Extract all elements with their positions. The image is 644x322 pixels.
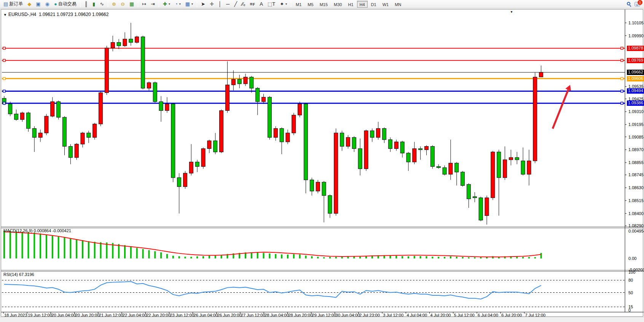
zoom-out-button[interactable]: ⊖ [119, 0, 127, 8]
candle-body[interactable] [99, 93, 103, 124]
auto-trading-button[interactable]: ●自动交易 [52, 0, 78, 8]
candle-body[interactable] [81, 133, 84, 144]
bar-chart-button[interactable]: ║ [83, 0, 90, 8]
candle-body[interactable] [21, 113, 24, 120]
dropdown-caret-icon[interactable]: ▾ [191, 2, 193, 6]
candle-body[interactable] [322, 182, 326, 196]
candle-body[interactable] [509, 158, 513, 160]
signals-button[interactable]: ◉ [43, 0, 51, 8]
notifications-icon[interactable]: 1 [634, 2, 640, 6]
candle-body[interactable] [280, 129, 284, 142]
text-button[interactable]: A [258, 0, 265, 8]
tile-windows-button[interactable]: ▦ [128, 0, 136, 8]
line-handle[interactable] [621, 78, 623, 80]
candle-body[interactable] [539, 72, 543, 77]
hline-button[interactable]: ─ [224, 0, 231, 8]
zoom-in-button[interactable]: ⊕ [110, 0, 118, 8]
candle-body[interactable] [165, 104, 169, 111]
candle-body[interactable] [479, 198, 483, 220]
channel-button[interactable]: ∕∕ₑ [240, 0, 247, 8]
crosshair-button[interactable]: ✛ [208, 0, 216, 8]
line-chart-button[interactable]: ∿ [98, 0, 106, 8]
text-label-button[interactable]: ⬚T [266, 0, 277, 8]
timeframe-button-m5[interactable]: M5 [305, 1, 316, 8]
candle-body[interactable] [159, 102, 163, 110]
terminal-button[interactable]: ▣ [34, 0, 42, 8]
candle-body[interactable] [304, 104, 308, 180]
candle-body[interactable] [286, 133, 290, 142]
timeframe-button-w1[interactable]: W1 [380, 1, 392, 8]
dropdown-caret-icon[interactable]: ▾ [169, 2, 170, 6]
chart-canvas[interactable] [1, 10, 644, 317]
candle-body[interactable] [129, 39, 133, 43]
candle-body[interactable] [473, 197, 477, 198]
candle-body[interactable] [533, 77, 537, 161]
candle-body[interactable] [467, 184, 470, 199]
line-handle[interactable] [621, 90, 623, 92]
candle-body[interactable] [383, 129, 386, 140]
candle-body[interactable] [147, 83, 151, 88]
candle-body[interactable] [274, 129, 277, 137]
shapes-button[interactable]: ✦▾ [278, 0, 289, 8]
chart-shift-button[interactable]: ⇥ [149, 0, 157, 8]
candle-body[interactable] [57, 102, 61, 117]
timeframe-button-h4[interactable]: H4 [357, 1, 368, 8]
candle-body[interactable] [51, 102, 54, 116]
candle-body[interactable] [183, 173, 187, 187]
candle-body[interactable] [328, 196, 332, 214]
line-handle[interactable] [621, 47, 623, 49]
line-handle[interactable] [3, 59, 5, 62]
line-handle[interactable] [621, 59, 623, 62]
candle-body[interactable] [63, 117, 67, 146]
candle-body[interactable] [521, 161, 525, 174]
candle-body[interactable] [177, 178, 181, 187]
candle-body[interactable] [497, 152, 501, 178]
periods-button[interactable]: ◔▾ [173, 0, 183, 8]
candle-body[interactable] [244, 77, 247, 84]
candle-body[interactable] [225, 85, 229, 111]
candle-body[interactable] [310, 180, 314, 191]
auto-scroll-button[interactable]: ↦ [140, 0, 148, 8]
candle-body[interactable] [141, 37, 145, 88]
candle-body[interactable] [370, 131, 374, 137]
candle-body[interactable] [425, 147, 429, 150]
line-handle[interactable] [3, 90, 5, 92]
candle-body[interactable] [26, 113, 30, 128]
candle-body[interactable] [14, 114, 18, 120]
candle-body[interactable] [75, 144, 78, 158]
candle-body[interactable] [171, 104, 175, 178]
candle-body[interactable] [231, 79, 235, 85]
metaeditor-button[interactable]: ◆ [26, 0, 33, 8]
new-order-button[interactable]: ▤新订单 [2, 0, 25, 8]
candle-body[interactable] [394, 142, 398, 149]
candle-body[interactable] [527, 161, 531, 174]
candle-body[interactable] [214, 141, 217, 152]
candle-body[interactable] [316, 182, 320, 191]
timeframe-button-m15[interactable]: M15 [317, 1, 330, 8]
candle-body[interactable] [93, 124, 97, 137]
candle-body[interactable] [437, 166, 440, 167]
candle-body[interactable] [491, 152, 495, 198]
timeframe-button-m30[interactable]: M30 [331, 1, 344, 8]
candle-body[interactable] [352, 137, 356, 148]
candle-body[interactable] [292, 115, 296, 133]
candle-body[interactable] [485, 198, 489, 216]
candle-body[interactable] [268, 97, 271, 137]
candle-body[interactable] [189, 162, 193, 173]
candle-body[interactable] [413, 148, 416, 162]
dropdown-caret-icon[interactable]: ▾ [179, 2, 181, 6]
candle-body[interactable] [406, 153, 410, 162]
timeframe-button-h1[interactable]: H1 [345, 1, 356, 8]
candle-body[interactable] [443, 167, 446, 174]
trend-arrow[interactable] [553, 90, 568, 129]
line-handle[interactable] [3, 78, 5, 80]
chart-window[interactable]: ▼EURUSD-,H4 1.09621 1.09723 1.09620 1.09… [1, 9, 643, 317]
candle-body[interactable] [503, 160, 507, 178]
candle-body[interactable] [358, 148, 362, 169]
candle-body[interactable] [388, 140, 392, 148]
candle-body[interactable] [117, 42, 121, 46]
candle-body[interactable] [364, 131, 368, 169]
candle-body[interactable] [298, 104, 302, 115]
candle-body[interactable] [400, 142, 404, 153]
candle-body[interactable] [207, 141, 211, 149]
